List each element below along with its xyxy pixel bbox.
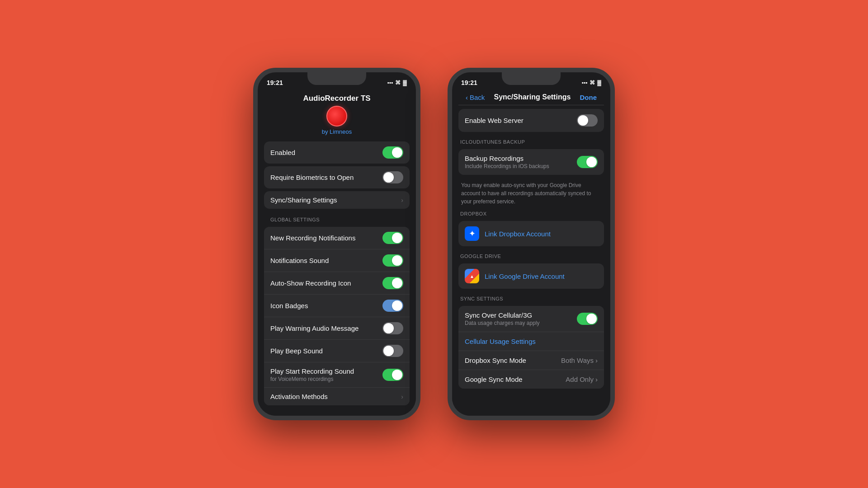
backup-toggle[interactable]: [577, 156, 598, 168]
gdrive-section-header: GOOGLE DRIVE: [458, 250, 604, 260]
activation-label: Activation Methods: [270, 393, 328, 400]
play-start-row[interactable]: Play Start Recording Sound for VoiceMemo…: [264, 362, 410, 388]
dropbox-section-header: DROPBOX: [458, 207, 604, 217]
auto-show-row[interactable]: Auto-Show Recording Icon: [264, 272, 410, 295]
back-chevron-icon: ‹: [466, 94, 468, 101]
new-recording-label: New Recording Notifications: [270, 234, 355, 242]
backup-row[interactable]: Backup Recordings Include Recordings in …: [458, 149, 604, 175]
enabled-toggle[interactable]: [382, 146, 403, 159]
time-right: 19:21: [461, 79, 477, 86]
status-icons-left: ▪▪▪ ⌘ ▓: [387, 80, 407, 86]
app-by: by Limneos: [258, 128, 416, 135]
notif-sound-toggle[interactable]: [382, 254, 403, 267]
cellular-usage-label: Cellular Usage Settings: [465, 338, 536, 345]
left-phone: 19:21 ▪▪▪ ⌘ ▓ AudioRecorder TS by Limneo…: [253, 68, 420, 420]
enabled-row[interactable]: Enabled: [264, 141, 410, 164]
cellular-usage-row[interactable]: Cellular Usage Settings: [458, 332, 604, 351]
google-sync-chevron: ›: [595, 375, 598, 383]
sync-cellular-label: Sync Over Cellular/3G: [465, 311, 539, 319]
play-beep-toggle[interactable]: [382, 345, 403, 357]
time-left: 19:21: [267, 79, 283, 86]
sync-info-text: You may enable auto-sync with your Googl…: [458, 178, 604, 207]
play-warning-toggle[interactable]: [382, 322, 403, 334]
back-button[interactable]: ‹ Back: [466, 94, 485, 101]
web-server-section: Enable Web Server: [458, 109, 604, 132]
battery-icon-right: ▓: [597, 80, 601, 86]
play-start-toggle[interactable]: [382, 369, 403, 381]
dropbox-section: ✦ Link Dropbox Account: [458, 221, 604, 246]
biometrics-row[interactable]: Require Biometrics to Open: [264, 166, 410, 188]
wifi-icon-right: ⌘: [590, 80, 595, 86]
play-start-label: Play Start Recording Sound: [270, 367, 354, 375]
play-beep-row[interactable]: Play Beep Sound: [264, 340, 410, 362]
global-settings-section: New Recording Notifications Notification…: [264, 227, 410, 405]
notch: [307, 72, 366, 85]
dropbox-icon: ✦: [465, 226, 479, 241]
signal-icon: ▪▪▪: [387, 80, 393, 86]
google-sync-value: Add Only ›: [566, 375, 598, 383]
left-phone-content: AudioRecorder TS by Limneos Enabled Requ…: [258, 89, 416, 416]
backup-label: Backup Recordings: [465, 155, 549, 162]
backup-sub: Include Recordings in iOS backups: [465, 163, 549, 169]
activation-row[interactable]: Activation Methods ›: [264, 388, 410, 405]
nav-bar: ‹ Back Sync/Sharing Settings Done: [458, 89, 604, 105]
auto-show-toggle[interactable]: [382, 277, 403, 289]
activation-chevron: ›: [401, 393, 403, 400]
sync-sharing-label: Sync/Sharing Settings: [270, 196, 337, 204]
google-sync-row[interactable]: Google Sync Mode Add Only ›: [458, 370, 604, 389]
google-sync-label: Google Sync Mode: [465, 375, 523, 383]
new-recording-row[interactable]: New Recording Notifications: [264, 227, 410, 249]
right-phone: 19:21 ▪▪▪ ⌘ ▓ ‹ Back Sync/Sharing Settin…: [448, 68, 615, 420]
icloud-section-header: ICLOUD/ITUNES BACKUP: [458, 136, 604, 145]
auto-show-label: Auto-Show Recording Icon: [270, 279, 351, 287]
sync-settings-section: Sync Over Cellular/3G Data usage charges…: [458, 306, 604, 389]
icon-badges-label: Icon Badges: [270, 302, 308, 310]
dropbox-sync-chevron: ›: [595, 357, 598, 364]
icon-badges-toggle[interactable]: [382, 300, 403, 312]
battery-icon: ▓: [403, 80, 407, 86]
enabled-label: Enabled: [270, 149, 295, 156]
back-label: Back: [470, 94, 485, 101]
play-beep-label: Play Beep Sound: [270, 347, 323, 355]
dropbox-sync-value: Both Ways ›: [561, 357, 598, 364]
sync-cellular-row[interactable]: Sync Over Cellular/3G Data usage charges…: [458, 306, 604, 332]
gdrive-icon: ▲: [465, 269, 479, 283]
app-title: AudioRecorder TS: [258, 94, 416, 103]
link-gdrive-label: Link Google Drive Account: [485, 272, 598, 280]
notif-sound-row[interactable]: Notifications Sound: [264, 249, 410, 272]
link-dropbox-label: Link Dropbox Account: [485, 230, 598, 238]
wifi-icon: ⌘: [395, 80, 401, 86]
sync-cellular-sub: Data usage charges may apply: [465, 320, 539, 326]
enabled-section: Enabled: [264, 141, 410, 164]
biometrics-label: Require Biometrics to Open: [270, 174, 354, 181]
link-dropbox-row[interactable]: ✦ Link Dropbox Account: [458, 221, 604, 246]
link-gdrive-row[interactable]: ▲ Link Google Drive Account: [458, 263, 604, 289]
play-start-sub: for VoiceMemo recordings: [270, 376, 354, 382]
notif-sound-label: Notifications Sound: [270, 257, 329, 264]
done-button[interactable]: Done: [580, 94, 597, 101]
web-server-toggle[interactable]: [577, 114, 598, 127]
sync-cellular-toggle[interactable]: [577, 313, 598, 325]
signal-icon-right: ▪▪▪: [581, 80, 587, 86]
new-recording-toggle[interactable]: [382, 232, 403, 244]
sync-sharing-section: Sync/Sharing Settings ›: [264, 191, 410, 209]
backup-section: Backup Recordings Include Recordings in …: [458, 149, 604, 175]
sync-sharing-chevron: ›: [401, 197, 403, 204]
app-icon: [326, 106, 347, 127]
dropbox-sync-row[interactable]: Dropbox Sync Mode Both Ways ›: [458, 351, 604, 370]
status-icons-right: ▪▪▪ ⌘ ▓: [581, 80, 601, 86]
biometrics-toggle[interactable]: [382, 171, 403, 183]
sync-sharing-row[interactable]: Sync/Sharing Settings ›: [264, 191, 410, 209]
biometrics-section: Require Biometrics to Open: [264, 166, 410, 188]
gdrive-section: ▲ Link Google Drive Account: [458, 263, 604, 289]
play-warning-row[interactable]: Play Warning Audio Message: [264, 317, 410, 340]
dropbox-sync-label: Dropbox Sync Mode: [465, 357, 526, 364]
web-server-label: Enable Web Server: [465, 117, 524, 124]
icon-badges-row[interactable]: Icon Badges: [264, 295, 410, 317]
notch-right: [502, 72, 561, 85]
global-section-header: GLOBAL SETTINGS: [258, 211, 416, 224]
play-warning-label: Play Warning Audio Message: [270, 324, 359, 332]
right-phone-content: ‹ Back Sync/Sharing Settings Done Enable…: [452, 89, 610, 416]
web-server-row[interactable]: Enable Web Server: [458, 109, 604, 132]
page-title: Sync/Sharing Settings: [494, 93, 571, 101]
